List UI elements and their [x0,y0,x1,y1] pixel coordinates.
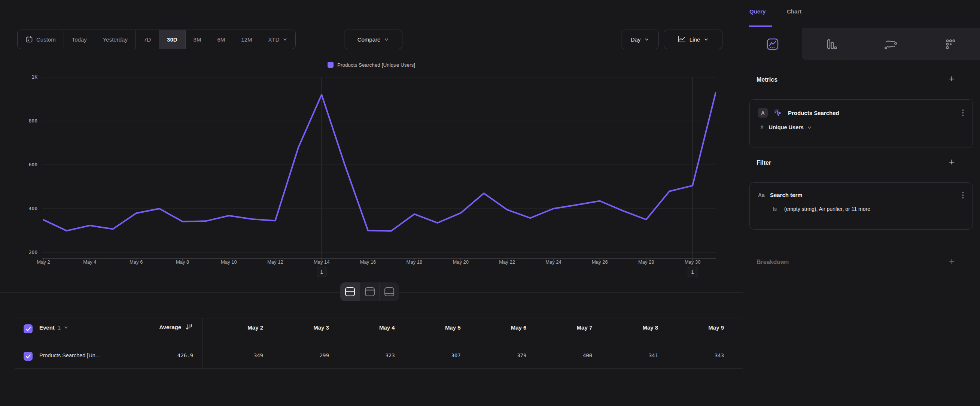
table-row-name[interactable]: Products Searched [Un... [39,352,100,358]
range-yesterday[interactable]: Yesterday [95,30,135,49]
layout-bottom-icon [384,287,395,297]
chart-type-button[interactable]: Line [664,30,722,49]
tab-flows[interactable] [861,28,920,60]
range-6m[interactable]: 6M [209,30,233,49]
chevron-down-icon [64,325,68,330]
x-axis-label: May 28 [638,259,654,265]
compare-label: Compare [358,36,381,43]
x-axis-label: May 16 [360,259,376,265]
event-column-header[interactable]: Event 1 [39,324,68,331]
metrics-heading: Metrics [757,76,778,83]
x-axis-label: May 18 [407,259,423,265]
annotation-badge[interactable]: 1 [317,267,326,277]
range-label: 6M [217,36,225,43]
date-cell-value: 341 [598,352,658,358]
chart-type-label: Line [689,36,700,43]
kebab-menu-icon[interactable] [962,191,965,199]
y-axis-label: 600 [4,162,37,167]
range-label: 12M [241,36,252,43]
date-column-header[interactable]: May 9 [664,324,724,331]
range-30d[interactable]: 30D [159,30,185,49]
range-custom[interactable]: Custom [18,30,64,49]
date-column-header[interactable]: May 8 [598,324,658,331]
x-axis-label: May 12 [267,259,283,265]
chart-svg [42,77,716,264]
metric-measure-label: Unique Users [768,124,803,131]
event-count: 1 [58,324,60,331]
granularity-button[interactable]: Day [621,30,659,49]
tab-insights[interactable] [743,28,802,60]
table-border-top [15,318,743,318]
granularity-label: Day [631,36,641,43]
date-cell-value: 349 [203,352,263,358]
metric-name[interactable]: Products Searched [788,110,956,116]
series-line[interactable] [43,92,716,231]
add-breakdown-button[interactable]: + [949,257,955,265]
filter-operator[interactable]: Is [773,206,777,212]
metric-measure-dropdown[interactable]: Unique Users [768,124,811,131]
legend-label: Products Searched [Unique Users] [337,62,415,68]
visualization-tabs [743,28,980,60]
x-axis-label: May 6 [129,259,143,265]
flow-tab-icon [884,38,897,50]
x-axis-label: May 14 [314,259,330,265]
kebab-menu-icon[interactable] [962,108,965,117]
event-header-label: Event [39,324,55,331]
x-axis-label: May 26 [592,259,608,265]
date-column-header[interactable]: May 4 [335,324,395,331]
date-cell-value: 307 [401,352,461,358]
layout-top-toggle[interactable] [360,282,380,301]
filter-card[interactable]: Aa Search term Is (empty string), Air pu… [749,182,973,229]
y-axis-label: 800 [4,118,37,124]
layout-split-toggle[interactable] [340,282,360,301]
y-axis-label: 200 [4,250,37,255]
x-axis-label: May 10 [221,259,237,265]
x-axis-label: May 30 [685,259,701,265]
tab-retention[interactable] [921,28,980,60]
layout-split-icon [345,287,355,297]
range-today[interactable]: Today [64,30,95,49]
range-12m[interactable]: 12M [233,30,260,49]
range-7d[interactable]: 7D [135,30,159,49]
tab-query[interactable]: Query [749,8,765,14]
compare-button[interactable]: Compare [344,30,402,49]
chevron-down-icon [704,37,709,42]
filter-value[interactable]: (empty string), Air purifier, or 11 more [784,206,870,212]
section-divider [0,292,340,293]
date-range-group: CustomTodayYesterday7D30D3M6M12MXTD [17,30,296,49]
add-metric-button[interactable]: + [949,75,955,83]
checkbox-check-icon [25,354,31,359]
range-xtd[interactable]: XTD [260,30,295,49]
metric-letter-badge: A [758,108,768,118]
y-axis-label: 400 [4,205,37,211]
x-axis-label: May 2 [37,259,50,265]
date-column-header[interactable]: May 7 [532,324,592,331]
select-all-checkbox[interactable] [24,324,33,333]
filter-property-name[interactable]: Search term [770,192,956,198]
range-3m[interactable]: 3M [185,30,209,49]
date-column-header[interactable]: May 3 [269,324,329,331]
line-chart-plot[interactable] [42,77,716,264]
date-column-header[interactable]: May 5 [401,324,461,331]
average-column-header[interactable]: Average [127,323,192,330]
date-column-header[interactable]: May 6 [466,324,526,331]
date-cell-value: 400 [532,352,592,358]
table-row-divider [15,368,743,369]
chevron-down-icon [384,37,389,42]
insights-tab-icon [766,38,779,51]
annotation-badge[interactable]: 1 [688,267,697,277]
sort-desc-icon [185,323,192,330]
x-axis-label: May 22 [499,259,515,265]
add-filter-button[interactable]: + [949,158,955,166]
layout-toggle-group [340,282,399,301]
metric-card[interactable]: A Products Searched # Unique Users [749,99,973,148]
tab-funnels[interactable] [802,28,861,60]
table-row-average: 426.9 [133,352,193,358]
average-header-label: Average [159,324,181,330]
layout-bottom-toggle[interactable] [379,282,399,301]
date-column-header[interactable]: May 2 [203,324,263,331]
tab-chart[interactable]: Chart [787,8,802,14]
row-checkbox[interactable] [24,352,33,361]
analytics-app: CustomTodayYesterday7D30D3M6M12MXTD Comp… [0,0,980,406]
chevron-down-icon [644,37,649,42]
